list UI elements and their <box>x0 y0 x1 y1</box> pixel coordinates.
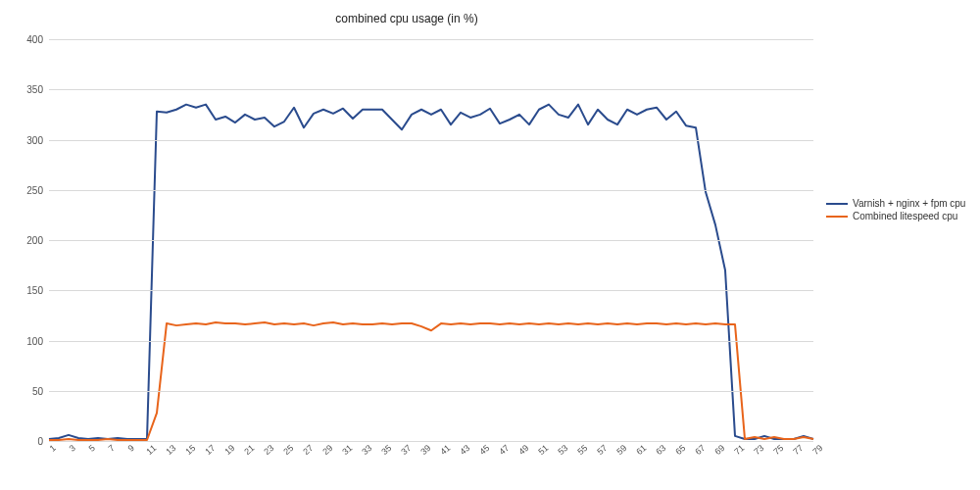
plot-area: 050100150200250300350400 <box>49 39 813 442</box>
y-tick-label: 300 <box>26 134 43 145</box>
x-tick-label: 47 <box>497 443 511 457</box>
x-tick-label: 73 <box>752 443 765 457</box>
x-tick-label: 53 <box>556 443 569 457</box>
x-tick-label: 37 <box>399 443 413 457</box>
x-tick-label: 17 <box>203 443 217 457</box>
y-tick-label: 200 <box>26 235 43 246</box>
legend-swatch <box>826 216 848 218</box>
y-tick-label: 350 <box>26 84 43 95</box>
legend-label: Combined litespeed cpu <box>853 211 957 221</box>
y-tick-label: 100 <box>26 335 43 346</box>
x-tick-label: 71 <box>732 443 746 457</box>
x-tick-label: 51 <box>536 443 550 457</box>
x-tick-label: 5 <box>87 443 97 454</box>
x-tick-label: 33 <box>360 443 373 457</box>
x-tick-label: 29 <box>320 443 334 457</box>
grid-line <box>49 39 813 40</box>
chart-container: combined cpu usage (in %) 05010015020025… <box>0 0 980 490</box>
x-tick-label: 65 <box>673 443 687 457</box>
x-tick-label: 31 <box>340 443 354 457</box>
x-tick-label: 1 <box>48 443 58 454</box>
x-tick-label: 25 <box>281 443 295 457</box>
y-tick-label: 150 <box>26 285 43 296</box>
x-tick-label: 27 <box>301 443 315 457</box>
grid-line <box>49 240 813 241</box>
grid-line <box>49 140 813 141</box>
y-tick-label: 0 <box>37 436 43 447</box>
grid-line <box>49 290 813 291</box>
y-tick-label: 250 <box>26 184 43 195</box>
x-tick-label: 79 <box>810 443 824 457</box>
x-tick-label: 67 <box>693 443 707 457</box>
x-tick-label: 59 <box>614 443 628 457</box>
x-tick-label: 13 <box>164 443 177 457</box>
grid-line <box>49 391 813 392</box>
x-tick-label: 35 <box>379 443 393 457</box>
x-axis-labels: 1357911131517192123252729313335373941434… <box>49 443 813 472</box>
x-tick-label: 15 <box>183 443 197 457</box>
x-tick-label: 21 <box>242 443 256 457</box>
x-tick-label: 45 <box>477 443 491 457</box>
legend-item: Varnish + nginx + fpm cpu <box>826 198 965 209</box>
x-tick-label: 39 <box>418 443 432 457</box>
x-tick-label: 19 <box>222 443 236 457</box>
x-tick-label: 49 <box>516 443 530 457</box>
x-tick-label: 23 <box>262 443 275 457</box>
x-tick-label: 43 <box>458 443 471 457</box>
legend-item: Combined litespeed cpu <box>826 211 965 221</box>
grid-line <box>49 190 813 191</box>
x-tick-label: 75 <box>771 443 785 457</box>
legend-swatch <box>826 203 848 205</box>
series-line <box>49 105 813 439</box>
y-tick-label: 400 <box>26 34 43 45</box>
y-tick-label: 50 <box>32 385 43 396</box>
x-tick-label: 3 <box>68 443 77 454</box>
legend: Varnish + nginx + fpm cpuCombined litesp… <box>826 196 965 223</box>
legend-label: Varnish + nginx + fpm cpu <box>853 198 965 209</box>
x-tick-label: 57 <box>595 443 609 457</box>
grid-line <box>49 341 813 342</box>
x-tick-label: 55 <box>575 443 589 457</box>
grid-line <box>49 89 813 90</box>
x-tick-label: 41 <box>438 443 452 457</box>
x-tick-label: 7 <box>107 443 117 454</box>
x-tick-label: 63 <box>654 443 667 457</box>
x-tick-label: 61 <box>634 443 648 457</box>
x-tick-label: 11 <box>144 443 158 457</box>
chart-title: combined cpu usage (in %) <box>0 12 813 25</box>
x-tick-label: 69 <box>712 443 726 457</box>
x-tick-label: 77 <box>791 443 805 457</box>
x-tick-label: 9 <box>126 443 136 454</box>
grid-line <box>49 441 813 442</box>
